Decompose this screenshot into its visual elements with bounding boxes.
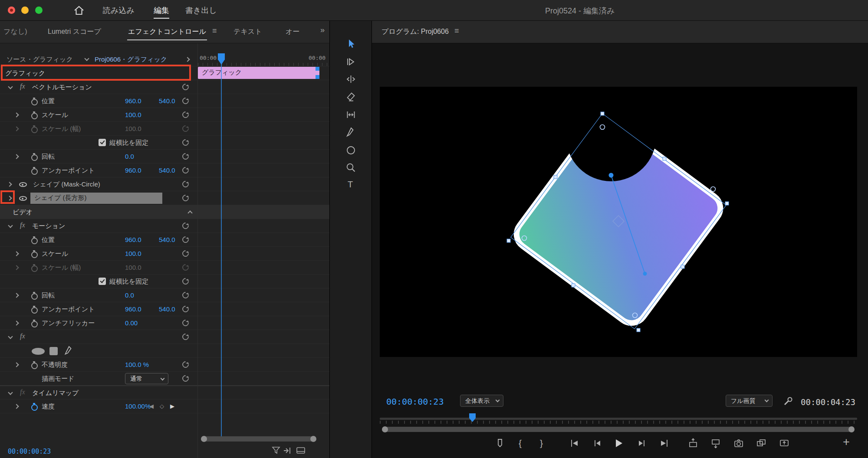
stopwatch-icon[interactable] — [31, 292, 37, 299]
pen-tool[interactable] — [345, 127, 357, 138]
clip-out-handle[interactable] — [316, 75, 319, 79]
playhead-timecode[interactable]: 00:00:00:23 — [8, 448, 51, 455]
video-section-row[interactable]: ビデオ — [0, 205, 330, 219]
reset-icon[interactable] — [182, 167, 189, 173]
value-y[interactable]: 540.0 — [159, 236, 175, 243]
zoom-button[interactable] — [35, 7, 43, 14]
value[interactable]: 100.0 — [125, 250, 141, 257]
value-y[interactable]: 540.0 — [159, 167, 175, 174]
tab-text[interactable]: テキスト — [233, 27, 262, 36]
reset-icon[interactable] — [182, 84, 189, 90]
blend-mode-select[interactable]: 通常 — [125, 373, 168, 384]
value-x[interactable]: 960.0 — [125, 236, 141, 243]
reset-icon[interactable] — [182, 153, 189, 160]
next-keyframe-icon[interactable]: ▶ — [170, 403, 174, 409]
type-tool[interactable]: T — [348, 180, 353, 190]
rect-mask-icon[interactable] — [49, 347, 58, 355]
export-media-icon[interactable] — [779, 438, 790, 449]
chevron-down-icon[interactable] — [84, 56, 89, 61]
value[interactable]: 0.0 — [125, 153, 134, 160]
program-timecode[interactable]: 00:00:00:23 — [386, 396, 444, 407]
stopwatch-icon[interactable] — [31, 236, 37, 243]
stopwatch-icon[interactable] — [31, 98, 37, 105]
panel-options-icon[interactable] — [296, 446, 306, 455]
mark-in-button[interactable]: { — [519, 438, 522, 448]
value[interactable]: 100.00% — [125, 402, 151, 410]
minimize-button[interactable] — [21, 7, 29, 14]
value-y[interactable]: 540.0 — [159, 97, 175, 105]
stopwatch-icon[interactable] — [31, 111, 37, 118]
ellipse-tool[interactable] — [345, 144, 357, 156]
eye-visibility-icon[interactable] — [19, 196, 27, 201]
expand-chevron-icon[interactable] — [14, 112, 19, 117]
program-panel-title[interactable]: プログラム: Proj0606 — [381, 27, 449, 36]
export-frame-camera-icon[interactable] — [733, 438, 744, 449]
effect-name-label[interactable]: ベクトルモーション — [32, 83, 92, 92]
stopwatch-icon[interactable] — [31, 153, 37, 160]
play-button[interactable] — [613, 438, 624, 449]
stopwatch-icon[interactable] — [31, 306, 37, 313]
stopwatch-icon[interactable] — [31, 167, 37, 174]
reset-icon[interactable] — [182, 320, 189, 326]
zoom-tool[interactable] — [345, 162, 357, 173]
reset-icon[interactable] — [182, 222, 189, 229]
reset-icon[interactable] — [182, 236, 189, 243]
razor-tool[interactable] — [345, 91, 357, 103]
home-icon[interactable] — [73, 5, 85, 16]
tab-import[interactable]: 読み込み — [103, 5, 135, 16]
reset-icon[interactable] — [182, 111, 189, 118]
playback-quality-select[interactable]: フル画質 — [726, 395, 773, 407]
program-zoom-scrollbar[interactable] — [383, 427, 854, 432]
value-x[interactable]: 960.0 — [125, 305, 141, 313]
stopwatch-icon[interactable] — [31, 403, 37, 410]
reset-icon[interactable] — [182, 292, 189, 298]
stopwatch-icon[interactable] — [31, 320, 37, 327]
tab-partial[interactable]: フなし) — [3, 27, 27, 36]
value-x[interactable]: 960.0 — [125, 97, 141, 105]
chevron-right-icon[interactable] — [185, 57, 190, 62]
snap-playhead-icon[interactable] — [283, 446, 293, 455]
tab-effect-controls[interactable]: エフェクトコントロール — [128, 27, 206, 36]
reset-icon[interactable] — [182, 306, 189, 312]
reset-icon[interactable] — [182, 98, 189, 104]
stopwatch-icon[interactable] — [31, 250, 37, 257]
lift-button[interactable] — [687, 438, 699, 449]
clip-name-label[interactable]: Proj0606・グラフィック — [95, 56, 167, 64]
mini-timeline-scrollbar[interactable] — [202, 436, 316, 442]
value[interactable]: 0.0 — [125, 291, 134, 299]
reset-icon[interactable] — [182, 361, 189, 368]
go-to-in-button[interactable] — [569, 438, 580, 449]
collapse-chevron-icon[interactable] — [8, 334, 13, 339]
track-select-tool[interactable] — [345, 56, 357, 68]
expand-chevron-icon[interactable] — [14, 251, 19, 256]
eye-visibility-icon[interactable] — [19, 182, 27, 187]
reset-icon[interactable] — [182, 181, 189, 187]
ellipse-mask-icon[interactable] — [32, 348, 45, 355]
value[interactable]: 100.0 — [125, 111, 141, 118]
value-x[interactable]: 960.0 — [125, 167, 141, 174]
program-video-area[interactable] — [380, 87, 857, 357]
expand-chevron-icon[interactable] — [14, 362, 19, 367]
reset-icon[interactable] — [182, 195, 189, 201]
add-button[interactable]: + — [843, 435, 850, 449]
reset-icon[interactable] — [182, 375, 189, 382]
reset-icon[interactable] — [182, 139, 189, 146]
reset-icon[interactable] — [182, 278, 189, 285]
program-menu-icon[interactable]: ≡ — [454, 26, 459, 36]
expand-chevron-icon[interactable] — [14, 293, 19, 298]
value[interactable]: 100.0 % — [125, 361, 149, 368]
uniform-scale-checkbox[interactable] — [99, 278, 106, 285]
value-y[interactable]: 540.0 — [159, 305, 175, 313]
tab-export[interactable]: 書き出し — [185, 5, 217, 16]
value[interactable]: 0.00 — [125, 319, 138, 327]
close-button[interactable] — [8, 7, 15, 14]
collapse-chevron-icon[interactable] — [187, 210, 192, 215]
mark-out-button[interactable]: } — [540, 438, 543, 448]
add-keyframe-icon[interactable]: ◇ — [160, 403, 164, 409]
effect-name-label[interactable]: モーション — [32, 222, 65, 230]
mini-timeline-ruler[interactable]: 00:00 00:00 — [198, 52, 330, 66]
ripple-edit-tool[interactable] — [345, 73, 357, 85]
slip-tool[interactable] — [345, 109, 357, 121]
reset-icon[interactable] — [182, 250, 189, 257]
settings-wrench-icon[interactable] — [783, 396, 794, 407]
